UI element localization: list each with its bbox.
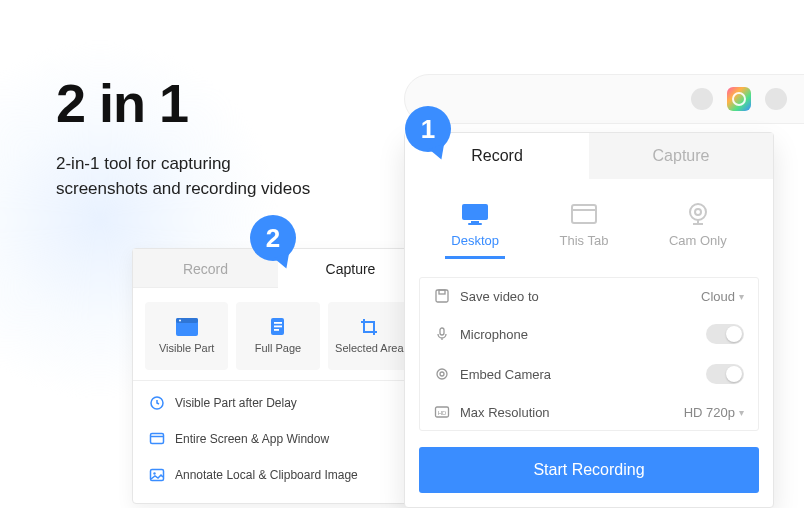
- capture-card-label: Selected Area: [335, 342, 404, 354]
- toolbar-placeholder-dot: [691, 88, 713, 110]
- chevron-down-icon: ▾: [739, 407, 744, 418]
- record-source-row: Desktop This Tab Cam Only: [405, 179, 773, 267]
- svg-rect-6: [274, 329, 279, 331]
- capture-mode-row: Visible Part Full Page Selected Area: [133, 288, 423, 380]
- extension-icon[interactable]: [727, 87, 751, 111]
- capture-selected-area[interactable]: Selected Area: [328, 302, 411, 370]
- callout-badge-1: 1: [405, 106, 451, 152]
- capture-visible-part[interactable]: Visible Part: [145, 302, 228, 370]
- svg-rect-4: [274, 322, 282, 324]
- svg-point-18: [695, 209, 701, 215]
- record-settings: Save video to Cloud ▾ Microphone Embed C…: [419, 277, 759, 431]
- clock-icon: [149, 395, 165, 411]
- svg-point-23: [440, 372, 444, 376]
- resolution-value-text: HD 720p: [684, 405, 735, 420]
- tab-icon: [568, 201, 600, 227]
- webcam-icon: [682, 201, 714, 227]
- setting-value[interactable]: HD 720p ▾: [684, 405, 744, 420]
- source-desktop[interactable]: Desktop: [445, 197, 505, 259]
- source-label: Cam Only: [669, 233, 727, 248]
- source-label: Desktop: [451, 233, 499, 248]
- capture-panel: Record Capture Visible Part Full Page Se…: [132, 248, 424, 504]
- save-value-text: Cloud: [701, 289, 735, 304]
- capture-full-page[interactable]: Full Page: [236, 302, 319, 370]
- capture-item-label: Annotate Local & Clipboard Image: [175, 468, 358, 482]
- crop-icon: [358, 318, 380, 336]
- capture-item-label: Visible Part after Delay: [175, 396, 297, 410]
- document-scroll-icon: [267, 318, 289, 336]
- hero-subtitle: 2-in-1 tool for capturing screenshots an…: [56, 152, 310, 201]
- source-this-tab[interactable]: This Tab: [554, 197, 615, 259]
- svg-rect-20: [439, 290, 445, 294]
- setting-save-to[interactable]: Save video to Cloud ▾: [420, 278, 758, 314]
- svg-point-17: [690, 204, 706, 220]
- setting-label: Embed Camera: [460, 367, 551, 382]
- tab-capture[interactable]: Capture: [278, 249, 423, 288]
- microphone-icon: [434, 326, 450, 342]
- capture-annotate[interactable]: Annotate Local & Clipboard Image: [133, 457, 423, 493]
- tab-record[interactable]: Record: [133, 249, 278, 288]
- start-recording-button[interactable]: Start Recording: [419, 447, 759, 493]
- image-icon: [149, 467, 165, 483]
- svg-rect-14: [468, 223, 482, 225]
- chevron-down-icon: ▾: [739, 291, 744, 302]
- setting-max-resolution[interactable]: HD Max Resolution HD 720p ▾: [420, 394, 758, 430]
- setting-microphone: Microphone: [420, 314, 758, 354]
- window-icon: [149, 431, 165, 447]
- hero-subtitle-line2: screenshots and recording videos: [56, 177, 310, 202]
- save-icon: [434, 288, 450, 304]
- setting-value[interactable]: Cloud ▾: [701, 289, 744, 304]
- setting-embed-camera: Embed Camera: [420, 354, 758, 394]
- record-panel: Record Capture Desktop This Tab Cam Only: [404, 132, 774, 508]
- capture-item-label: Entire Screen & App Window: [175, 432, 329, 446]
- hero: 2 in 1 2-in-1 tool for capturing screens…: [56, 72, 310, 201]
- svg-point-2: [179, 320, 181, 322]
- camera-toggle[interactable]: [706, 364, 744, 384]
- source-cam-only[interactable]: Cam Only: [663, 197, 733, 259]
- svg-point-22: [437, 369, 447, 379]
- svg-rect-19: [436, 290, 448, 302]
- callout-badge-2: 2: [250, 215, 296, 261]
- capture-list: Visible Part after Delay Entire Screen &…: [133, 380, 423, 503]
- hd-icon: HD: [434, 404, 450, 420]
- svg-rect-12: [462, 204, 488, 220]
- desktop-icon: [459, 201, 491, 227]
- svg-rect-21: [440, 328, 444, 335]
- toolbar-placeholder-dot: [765, 88, 787, 110]
- hero-title: 2 in 1: [56, 72, 310, 134]
- svg-rect-15: [572, 205, 596, 223]
- capture-after-delay[interactable]: Visible Part after Delay: [133, 385, 423, 421]
- setting-label: Max Resolution: [460, 405, 550, 420]
- capture-card-label: Visible Part: [159, 342, 214, 354]
- record-tabs: Record Capture: [405, 133, 773, 179]
- hero-subtitle-line1: 2-in-1 tool for capturing: [56, 152, 310, 177]
- svg-rect-13: [471, 221, 479, 223]
- browser-window-icon: [176, 318, 198, 336]
- microphone-toggle[interactable]: [706, 324, 744, 344]
- source-label: This Tab: [560, 233, 609, 248]
- browser-toolbar: [404, 74, 804, 124]
- svg-rect-8: [151, 434, 164, 444]
- setting-label: Microphone: [460, 327, 528, 342]
- capture-card-label: Full Page: [255, 342, 301, 354]
- setting-label: Save video to: [460, 289, 539, 304]
- tab-capture[interactable]: Capture: [589, 133, 773, 179]
- capture-entire-screen[interactable]: Entire Screen & App Window: [133, 421, 423, 457]
- svg-text:HD: HD: [438, 410, 447, 416]
- camera-icon: [434, 366, 450, 382]
- svg-point-11: [153, 472, 155, 474]
- svg-rect-5: [274, 326, 282, 328]
